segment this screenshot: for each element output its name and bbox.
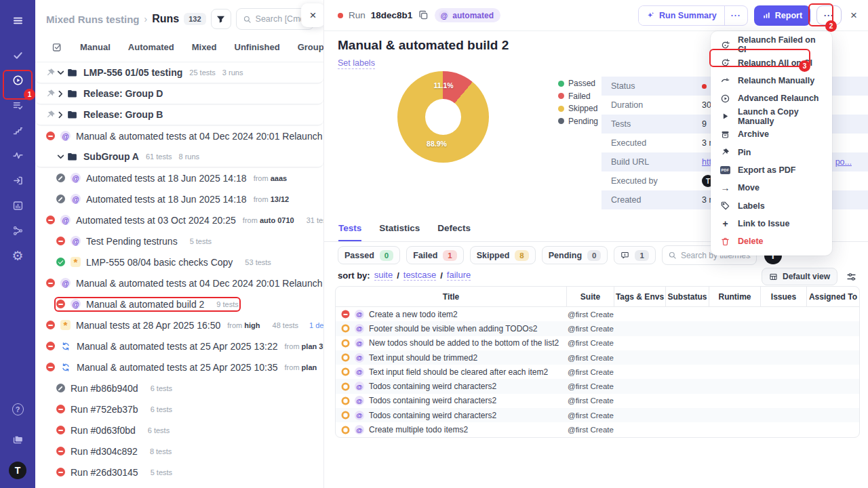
folder-row[interactable]: Release: Group B <box>35 104 323 125</box>
menu-item-pin[interactable]: Pin <box>711 143 832 161</box>
run-row[interactable]: @Automated tests at 03 Oct 2024 20:25fro… <box>35 209 323 230</box>
nav-branch-button[interactable] <box>4 218 31 243</box>
test-row[interactable]: @Create multiple todo items2@first Creat… <box>336 422 859 436</box>
copy-icon[interactable] <box>418 9 429 21</box>
run-row[interactable]: Run #0d63f0bd6 tests <box>35 420 323 441</box>
run-row[interactable]: @Test Pending testruns5 tests <box>35 230 323 251</box>
column-header-suite[interactable]: Suite <box>566 287 614 306</box>
test-row[interactable]: @Todos containing weird characters2@firs… <box>336 379 859 393</box>
breadcrumb-project[interactable]: Mixed Runs testing <box>46 14 140 25</box>
nav-list-check-button[interactable] <box>4 93 31 118</box>
menu-item-delete[interactable]: Delete <box>711 232 832 250</box>
nav-hamburger-button[interactable] <box>4 8 31 33</box>
legend-failed[interactable]: Failed <box>558 92 598 101</box>
run-row[interactable]: Run #d304c8928 tests <box>35 441 323 462</box>
runs-search-input[interactable] <box>256 14 307 24</box>
nav-avatar-button[interactable]: T <box>4 458 31 483</box>
menu-item-export-as-pdf[interactable]: PDFExport as PDF <box>711 161 832 179</box>
menu-item-labels[interactable]: Labels <box>711 197 832 215</box>
test-row[interactable]: @Todos containing weird characters2@firs… <box>336 408 859 422</box>
nav-pulse-button[interactable] <box>4 143 31 168</box>
column-header-substatus[interactable]: Substatus <box>665 287 709 306</box>
folder-row[interactable]: SubGroup A61 tests8 runs <box>35 146 323 167</box>
runs-tab-automated[interactable]: Automated <box>119 40 183 54</box>
tab-defects[interactable]: Defects <box>437 223 471 241</box>
chip-passed[interactable]: Passed0 <box>338 246 400 264</box>
automated-badge[interactable]: @automated <box>435 8 500 22</box>
test-row[interactable]: @New todos should be added to the bottom… <box>336 336 859 350</box>
folder-row[interactable]: LMP-556 01/05 testing25 tests3 runs <box>35 62 323 83</box>
column-header-issues[interactable]: Issues <box>760 287 806 306</box>
chip-comments[interactable]: 1 <box>614 246 655 264</box>
column-header-tags-envs[interactable]: Tags & Envs <box>614 287 665 306</box>
menu-item-link-to-issue[interactable]: +Link to Issue <box>711 215 832 232</box>
run-row[interactable]: @Automated tests at 18 Jun 2025 14:18fro… <box>35 167 323 188</box>
test-row[interactable]: @Create a new todo item2@first Create ..… <box>336 307 859 321</box>
run-row[interactable]: @Manual & automated build 29 tests <box>35 293 323 314</box>
filter-button[interactable] <box>211 9 231 29</box>
nav-play-circle-button[interactable] <box>4 68 31 93</box>
test-row[interactable]: @Text input should be trimmed2@first Cre… <box>336 350 859 365</box>
run-defects-link[interactable]: 1 defects <box>309 321 323 329</box>
run-row[interactable]: Run #752eb37b6 tests <box>35 399 323 420</box>
run-row[interactable]: @Automated tests at 18 Jun 2025 14:18fro… <box>35 188 323 209</box>
runs-tab-groups[interactable]: Groups <box>289 40 323 54</box>
run-row[interactable]: *LMP-555 08/04 basic checks Copy53 tests <box>35 251 323 272</box>
legend-pending[interactable]: Pending <box>558 117 598 126</box>
test-row[interactable]: @Todos containing weird characters2@firs… <box>336 394 859 408</box>
column-settings-icon[interactable] <box>846 271 857 283</box>
panel-close-button[interactable]: × <box>301 3 323 27</box>
set-labels-link[interactable]: Set labels <box>338 58 375 69</box>
column-header-assigned-to[interactable]: Assigned To <box>806 287 859 306</box>
nav-folders-button[interactable] <box>4 427 31 452</box>
column-header-title[interactable]: Title <box>336 287 566 306</box>
run-row[interactable]: Manual & automated tests at 25 Apr 2025 … <box>35 336 323 357</box>
default-view-button[interactable]: Default view <box>762 268 837 285</box>
chip-failed[interactable]: Failed1 <box>406 246 464 264</box>
nav-gear-button[interactable]: ⚙ <box>4 243 31 268</box>
run-row[interactable]: @Manual & automated tests at 04 Dec 2024… <box>35 125 323 146</box>
menu-item-advanced-relaunch[interactable]: Advanced Relaunch <box>711 89 832 107</box>
test-row[interactable]: @Footer should be visible when adding TO… <box>336 321 859 336</box>
nav-steps-button[interactable] <box>4 118 31 143</box>
nav-help-button[interactable]: ? <box>4 396 31 422</box>
run-close-icon[interactable]: × <box>850 9 857 22</box>
runs-tab-manual[interactable]: Manual <box>71 40 119 54</box>
tab-tests[interactable]: Tests <box>338 223 361 241</box>
folder-row[interactable]: Release: Group D <box>35 83 323 104</box>
nav-login-button[interactable] <box>4 168 31 193</box>
run-row[interactable]: *Manual tests at 28 Apr 2025 16:50from h… <box>35 314 323 336</box>
run-more-button[interactable]: ··· <box>816 5 842 25</box>
run-summary-button[interactable]: Run Summary <box>639 6 724 25</box>
sort-option-suite[interactable]: suite <box>374 270 393 281</box>
test-suite: @first Create ... <box>566 396 614 405</box>
nav-bar-chart-button[interactable] <box>4 193 31 218</box>
report-button[interactable]: Report <box>754 5 810 26</box>
legend-passed[interactable]: Passed <box>558 79 598 88</box>
menu-item-label: Relaunch All on CI <box>738 58 812 68</box>
menu-item-launch-a-copy-manually[interactable]: Launch a Copy Manually <box>711 108 832 125</box>
menu-item-relaunch-all-on-ci[interactable]: Relaunch All on CI <box>711 54 832 71</box>
column-header-runtime[interactable]: Runtime <box>709 287 760 306</box>
sort-option-failure[interactable]: failure <box>447 270 471 281</box>
sort-option-testcase[interactable]: testcase <box>403 270 436 281</box>
legend-skipped[interactable]: Skipped <box>558 104 598 113</box>
menu-item-relaunch-manually[interactable]: Relaunch Manually <box>711 72 832 89</box>
run-row[interactable]: @Manual & automated tests at 04 Dec 2024… <box>35 272 323 293</box>
runs-tab-mixed[interactable]: Mixed <box>183 40 226 54</box>
run-row[interactable]: Run #b86b940d6 tests <box>35 378 323 399</box>
chip-skipped[interactable]: Skipped8 <box>470 246 536 264</box>
run-summary-more-button[interactable]: ··· <box>724 6 747 25</box>
tab-statistics[interactable]: Statistics <box>379 223 420 241</box>
runs-tab-unfinished[interactable]: Unfinished <box>226 40 289 54</box>
menu-item-archive[interactable]: Archive <box>711 125 832 143</box>
menu-item-move[interactable]: →Move <box>711 179 832 197</box>
chip-pending[interactable]: Pending0 <box>542 246 608 264</box>
build-url-link-end[interactable]: po... <box>835 157 852 167</box>
run-row[interactable]: Run #26d301455 tests <box>35 462 323 483</box>
nav-check-button[interactable] <box>4 43 31 68</box>
run-row[interactable]: Manual & automated tests at 25 Apr 2025 … <box>35 357 323 378</box>
menu-item-relaunch-failed-on-ci[interactable]: Relaunch Failed on CI <box>711 36 832 54</box>
breadcrumb-page[interactable]: Runs <box>152 13 179 25</box>
test-row[interactable]: @Text input field should be cleared afte… <box>336 365 859 379</box>
